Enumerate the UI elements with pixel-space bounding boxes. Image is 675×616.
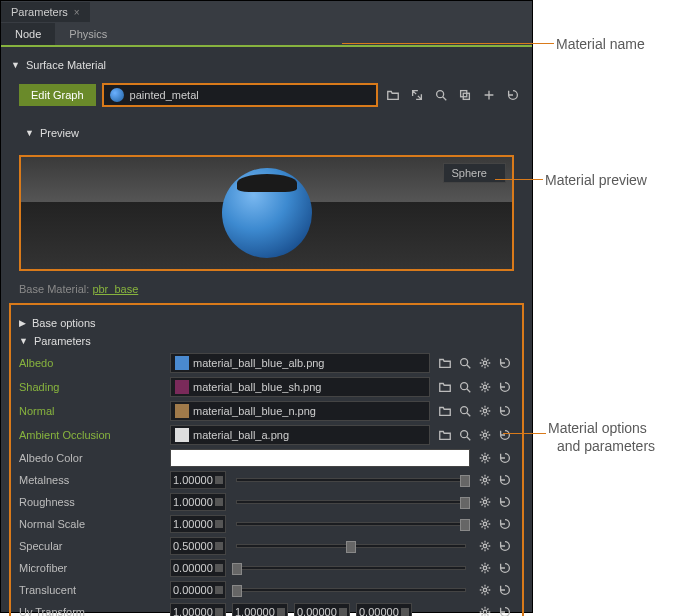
annotation: Material options (548, 420, 647, 436)
texture-field[interactable]: material_ball_blue_sh.png (170, 377, 430, 397)
param-row: Translucent0.00000 (19, 581, 514, 599)
link-icon[interactable] (215, 542, 223, 550)
texture-field[interactable]: material_ball_blue_n.png (170, 401, 430, 421)
slider[interactable] (236, 500, 466, 504)
section-base-options[interactable]: ▶ Base options (19, 317, 514, 329)
slider-handle[interactable] (346, 541, 356, 553)
panel-tab-parameters[interactable]: Parameters × (1, 2, 90, 22)
folder-icon[interactable] (436, 354, 454, 372)
link-icon[interactable] (401, 608, 409, 616)
section-preview[interactable]: ▼ Preview (25, 127, 522, 139)
reset-icon[interactable] (496, 493, 514, 511)
reset-icon[interactable] (496, 354, 514, 372)
texture-field[interactable]: material_ball_a.png (170, 425, 430, 445)
number-input[interactable]: 0.00000 (170, 581, 226, 599)
annotation: and parameters (557, 438, 655, 454)
gear-icon[interactable] (476, 378, 494, 396)
section-surface-material[interactable]: ▼ Surface Material (11, 59, 522, 71)
search-icon[interactable] (456, 354, 474, 372)
slider[interactable] (236, 566, 466, 570)
number-input[interactable]: 1.00000 (170, 493, 226, 511)
slider[interactable] (236, 478, 466, 482)
folder-icon[interactable] (436, 378, 454, 396)
reset-icon[interactable] (496, 426, 514, 444)
color-swatch[interactable] (170, 449, 470, 467)
section-label: Preview (40, 127, 79, 139)
number-input[interactable]: 0.50000 (170, 537, 226, 555)
link-icon[interactable] (215, 564, 223, 572)
reset-icon[interactable] (496, 515, 514, 533)
reset-icon[interactable] (496, 402, 514, 420)
gear-icon[interactable] (476, 354, 494, 372)
slider-handle[interactable] (460, 519, 470, 531)
link-icon[interactable] (215, 608, 223, 616)
close-icon[interactable]: × (74, 7, 80, 18)
link-icon[interactable] (339, 608, 347, 616)
edit-graph-button[interactable]: Edit Graph (19, 84, 96, 106)
gear-icon[interactable] (476, 581, 494, 599)
folder-icon[interactable] (436, 402, 454, 420)
gear-icon[interactable] (476, 515, 494, 533)
expand-icon[interactable] (408, 86, 426, 104)
material-name-field[interactable] (102, 83, 378, 107)
gear-icon[interactable] (476, 449, 494, 467)
link-icon[interactable] (215, 476, 223, 484)
number-input[interactable]: 1.00000 (232, 603, 288, 616)
clone-icon[interactable] (456, 86, 474, 104)
number-input[interactable]: 0.00000 (170, 559, 226, 577)
reset-icon[interactable] (496, 559, 514, 577)
preview-shape-dropdown[interactable]: Sphere (443, 163, 506, 183)
gear-icon[interactable] (476, 537, 494, 555)
panel-tab-label: Parameters (11, 6, 68, 18)
material-name-input[interactable] (130, 89, 370, 101)
gear-icon[interactable] (476, 402, 494, 420)
add-icon[interactable] (480, 86, 498, 104)
reset-icon[interactable] (496, 537, 514, 555)
gear-icon[interactable] (476, 559, 494, 577)
link-icon[interactable] (215, 498, 223, 506)
gear-icon[interactable] (476, 426, 494, 444)
link-icon[interactable] (215, 520, 223, 528)
preview-sphere (222, 168, 312, 258)
material-preview[interactable]: Sphere (21, 157, 512, 269)
link-icon[interactable] (215, 586, 223, 594)
texture-thumb-icon (175, 404, 189, 418)
slider-handle[interactable] (232, 563, 242, 575)
section-parameters[interactable]: ▼ Parameters (19, 335, 514, 347)
number-input[interactable]: 1.00000 (170, 515, 226, 533)
link-icon[interactable] (277, 608, 285, 616)
tab-physics[interactable]: Physics (55, 23, 121, 45)
reset-icon[interactable] (496, 471, 514, 489)
folder-icon[interactable] (436, 426, 454, 444)
number-input[interactable]: 1.00000 (170, 471, 226, 489)
param-row-albedo-color: Albedo Color (19, 449, 514, 467)
search-icon[interactable] (456, 402, 474, 420)
reset-icon[interactable] (496, 449, 514, 467)
slider[interactable] (236, 588, 466, 592)
slider-handle[interactable] (232, 585, 242, 597)
gear-icon[interactable] (476, 471, 494, 489)
reset-icon[interactable] (496, 581, 514, 599)
number-input[interactable]: 1.00000 (170, 603, 226, 616)
slider[interactable] (236, 544, 466, 548)
reset-icon[interactable] (504, 86, 522, 104)
base-material-link[interactable]: pbr_base (92, 283, 138, 295)
slider-handle[interactable] (460, 475, 470, 487)
param-label: Ambient Occlusion (19, 429, 164, 441)
folder-icon[interactable] (384, 86, 402, 104)
gear-icon[interactable] (476, 603, 494, 616)
param-label: Metalness (19, 474, 164, 486)
svg-point-13 (483, 500, 487, 504)
number-input[interactable]: 0.00000 (294, 603, 350, 616)
search-icon[interactable] (456, 378, 474, 396)
reset-icon[interactable] (496, 603, 514, 616)
reset-icon[interactable] (496, 378, 514, 396)
slider[interactable] (236, 522, 466, 526)
search-icon[interactable] (456, 426, 474, 444)
number-input[interactable]: 0.00000 (356, 603, 412, 616)
slider-handle[interactable] (460, 497, 470, 509)
texture-field[interactable]: material_ball_blue_alb.png (170, 353, 430, 373)
search-icon[interactable] (432, 86, 450, 104)
gear-icon[interactable] (476, 493, 494, 511)
tab-node[interactable]: Node (1, 23, 55, 45)
